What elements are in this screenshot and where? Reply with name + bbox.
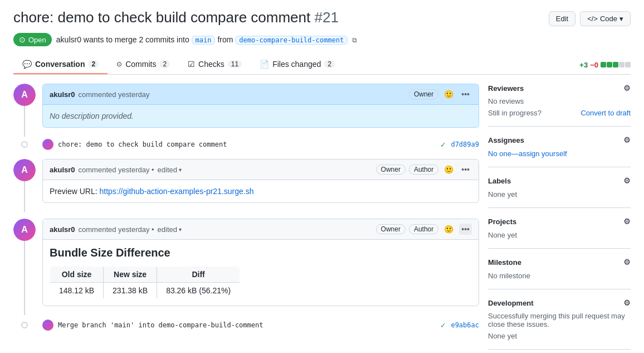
avatar-3: A — [13, 219, 36, 241]
comment-header-2: akulsr0 commented yesterday • edited ▾ O… — [43, 159, 479, 180]
development-title: Development — [488, 299, 534, 307]
more-button-3[interactable]: ••• — [459, 224, 472, 235]
comment-meta-2: akulsr0 commented yesterday • edited ▾ — [50, 166, 182, 174]
emoji-button-2[interactable]: 🙂 — [442, 164, 456, 175]
code-button[interactable]: </> Code ▾ — [580, 11, 631, 26]
development-none: None yet — [488, 332, 631, 340]
sidebar-assignees: Assignees ⚙ No one—assign yourself — [488, 127, 631, 167]
commit-check-2: ✓ — [440, 321, 446, 330]
projects-title: Projects — [488, 217, 516, 226]
target-branch[interactable]: main — [192, 36, 216, 45]
commit-message-2: Merge branch 'main' into demo-compare-bu… — [58, 321, 263, 329]
edited-label-3: edited — [158, 225, 177, 234]
diff-block-5 — [625, 62, 631, 67]
tab-files-count: 2 — [324, 60, 335, 68]
code-label: Code — [600, 14, 617, 23]
labels-title: Labels — [488, 177, 511, 185]
avatar-img-3: A — [13, 219, 36, 241]
assignees-header: Assignees ⚙ — [488, 136, 631, 144]
tab-commits[interactable]: ⊙ Commits 2 — [108, 55, 179, 74]
development-gear-icon[interactable]: ⚙ — [623, 298, 631, 307]
more-button-1[interactable]: ••• — [459, 89, 472, 100]
commit-hash-1[interactable]: d7d89a9 — [451, 141, 479, 148]
tab-checks-label: Checks — [198, 60, 225, 69]
comment-badges-1: Owner 🙂 ••• — [409, 89, 472, 100]
comment-author-2[interactable]: akulsr0 — [50, 166, 75, 174]
table-header-row: Old size New size Diff — [50, 267, 240, 283]
projects-gear-icon[interactable]: ⚙ — [623, 217, 631, 226]
comment-row-3: A akulsr0 commented yesterday • edited — [13, 219, 479, 315]
labels-gear-icon[interactable]: ⚙ — [623, 176, 631, 185]
diff-block-2 — [607, 62, 612, 67]
edit-button[interactable]: Edit — [549, 11, 575, 26]
thread-line-1 — [24, 106, 25, 137]
col-old-size: Old size — [50, 267, 104, 283]
comment-author-1[interactable]: akulsr0 — [50, 90, 75, 99]
commit-hash-2[interactable]: e9ab6ac — [451, 321, 479, 329]
copy-icon[interactable]: ⧉ — [352, 36, 357, 44]
avatar-col-1: A — [13, 84, 36, 137]
commit-avatar-1 — [42, 139, 53, 150]
main-content: A akulsr0 commented yesterday Owner — [13, 84, 479, 350]
col-diff: Diff — [157, 267, 240, 283]
projects-header: Projects ⚙ — [488, 217, 631, 226]
comment-box-1: akulsr0 commented yesterday Owner 🙂 ••• … — [42, 84, 479, 128]
edited-label-2: edited — [158, 166, 177, 174]
comment-row-2: A akulsr0 commented yesterday • edited — [13, 159, 479, 212]
edited-toggle-2[interactable]: edited ▾ — [158, 166, 182, 174]
commit-content-1: chore: demo to check build compare comme… — [42, 139, 479, 150]
emoji-button-3[interactable]: 🙂 — [442, 224, 456, 235]
pr-header-actions: Edit </> Code ▾ — [549, 11, 631, 26]
reviewers-gear-icon[interactable]: ⚙ — [623, 84, 631, 93]
tab-conversation-count: 2 — [88, 60, 99, 68]
labels-header: Labels ⚙ — [488, 176, 631, 185]
projects-none: None yet — [488, 231, 517, 239]
open-badge: ⊙ Open — [13, 33, 52, 46]
tab-files-changed[interactable]: 📄 Files changed 2 — [251, 55, 344, 74]
convert-to-draft-link[interactable]: Convert to draft — [580, 109, 631, 117]
comment-body-3: Bundle Size Difference Old size New size… — [43, 240, 479, 306]
commits-icon: ⊙ — [116, 60, 122, 68]
sidebar: Reviewers ⚙ No reviews Still in progress… — [488, 84, 631, 350]
commit-dot-col-2 — [13, 322, 36, 328]
commit-avatar-2 — [42, 320, 53, 331]
files-icon: 📄 — [260, 60, 269, 69]
commit-row-2: Merge branch 'main' into demo-compare-bu… — [13, 317, 479, 333]
tab-checks[interactable]: ☑ Checks 11 — [179, 55, 251, 74]
owner-badge-2: Owner — [376, 165, 406, 175]
comment-row-1: A akulsr0 commented yesterday Owner — [13, 84, 479, 137]
comment-header-1: akulsr0 commented yesterday Owner 🙂 ••• — [43, 84, 479, 105]
comment-author-3[interactable]: akulsr0 — [50, 225, 75, 234]
cell-diff: 83.26 kB (56.21%) — [157, 283, 240, 299]
tab-conversation[interactable]: 💬 Conversation 2 — [13, 55, 108, 74]
sidebar-projects: Projects ⚙ None yet — [488, 208, 631, 249]
commit-check-1: ✓ — [440, 141, 446, 149]
comment-box-2: akulsr0 commented yesterday • edited ▾ O… — [42, 159, 479, 203]
owner-badge-1: Owner — [409, 89, 438, 99]
sidebar-reviewers: Reviewers ⚙ No reviews Still in progress… — [488, 84, 631, 127]
development-description: Successfully merging this pull request m… — [488, 312, 631, 328]
more-button-2[interactable]: ••• — [459, 164, 472, 175]
sidebar-milestone: Milestone ⚙ No milestone — [488, 249, 631, 289]
milestone-none: No milestone — [488, 272, 530, 280]
comment-badges-3: Owner Author 🙂 ••• — [376, 224, 472, 235]
assignees-none[interactable]: No one—assign yourself — [488, 149, 567, 158]
edited-toggle-3[interactable]: edited ▾ — [158, 225, 182, 234]
edited-chevron-3: ▾ — [179, 226, 182, 233]
preview-url-link[interactable]: https://github-action-examples-pr21.surg… — [99, 187, 253, 196]
chevron-down-icon: ▾ — [619, 14, 623, 23]
labels-none: None yet — [488, 190, 517, 199]
emoji-button-1[interactable]: 🙂 — [442, 89, 456, 100]
cell-old-size: 148.12 kB — [50, 283, 104, 299]
pr-number: #21 — [315, 9, 339, 26]
diff-additions: +3 — [579, 61, 588, 69]
assignees-gear-icon[interactable]: ⚙ — [623, 136, 631, 144]
comment-time-3: commented yesterday • — [79, 225, 154, 234]
commit-dot-2 — [21, 322, 28, 328]
diff-bar — [601, 62, 631, 67]
author-badge-3: Author — [409, 224, 438, 234]
reviewers-header: Reviewers ⚙ — [488, 84, 631, 93]
milestone-gear-icon[interactable]: ⚙ — [623, 258, 631, 267]
commit-message-1: chore: demo to check build compare comme… — [58, 141, 227, 148]
source-branch[interactable]: demo-compare-build-comment — [235, 36, 348, 45]
